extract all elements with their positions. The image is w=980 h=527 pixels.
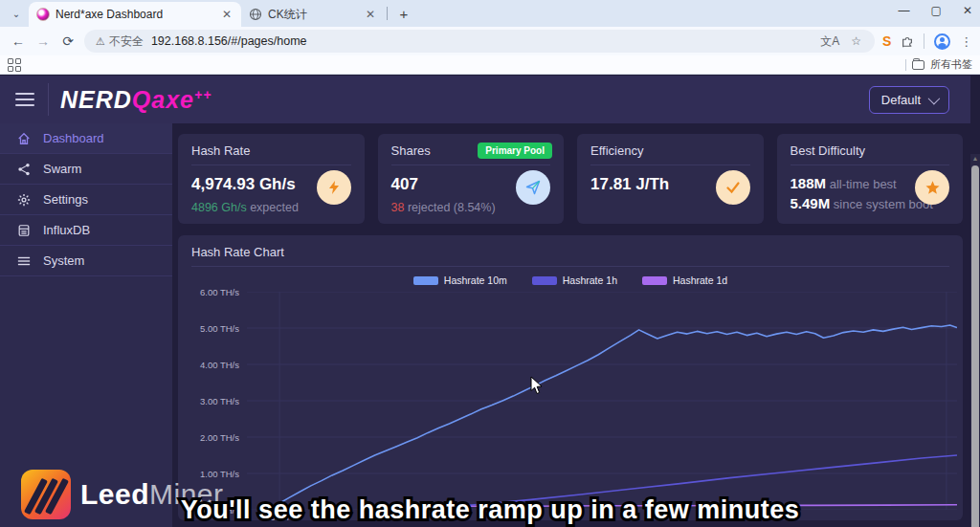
preset-dropdown[interactable]: Default — [869, 86, 949, 114]
folder-icon — [912, 60, 924, 70]
share-icon — [17, 163, 31, 176]
list-icon — [17, 254, 31, 268]
bookmark-star-icon[interactable]: ☆ — [851, 34, 861, 48]
chart-plot-area[interactable] — [247, 292, 957, 510]
browser-menu-icon[interactable]: ⋮ — [960, 34, 972, 49]
maximize-button[interactable]: ▢ — [931, 4, 942, 17]
scroll-up-arrow[interactable]: ▲ — [970, 155, 980, 162]
sidebar-item-settings[interactable]: Settings — [0, 185, 172, 215]
card-title: Efficiency — [590, 143, 750, 158]
translate-icon[interactable]: 文A — [820, 33, 839, 50]
url-text[interactable]: 192.168.8.156/#/pages/home — [151, 34, 814, 48]
nerdqaxe-logo: NERDQaxe++ — [60, 86, 212, 114]
mouse-cursor — [530, 376, 544, 395]
close-tab-icon[interactable]: ✕ — [220, 8, 234, 21]
gear-icon — [17, 193, 31, 207]
legend-hashrate-10m[interactable]: Hashrate 10m — [413, 274, 507, 286]
profile-avatar[interactable] — [934, 33, 950, 50]
page-scrollbar[interactable]: ▲ ▼ — [970, 154, 980, 527]
all-bookmarks-label: 所有书签 — [930, 57, 972, 72]
security-label[interactable]: 不安全 — [109, 33, 144, 50]
chart-title: Hash Rate Chart — [191, 245, 949, 259]
hashrate-card: Hash Rate 4,974.93 Gh/s 4896 Gh/s expect… — [178, 134, 365, 224]
nerdaxe-favicon — [36, 8, 50, 21]
tab-ck-stats[interactable]: CK统计 ✕ — [241, 2, 385, 27]
close-window-button[interactable]: ✕ — [963, 4, 972, 17]
window-controls: — ▢ ✕ — [899, 4, 972, 17]
card-title: Best Difficulty — [791, 143, 950, 158]
scrollbar-thumb[interactable] — [971, 165, 979, 527]
check-icon — [716, 170, 750, 205]
back-button[interactable]: ← — [6, 30, 31, 53]
browser-window: ⌄ Nerd*axe Dashboard ✕ CK统计 ✕ + — ▢ ✕ ← … — [0, 0, 980, 527]
hamburger-menu-icon[interactable] — [15, 89, 34, 110]
tab-title: Nerd*axe Dashboard — [56, 8, 214, 21]
y-tick-label: 3.00 TH/s — [200, 396, 239, 406]
efficiency-card: Efficiency 17.81 J/Th — [577, 134, 764, 224]
extension-s-icon[interactable]: S — [882, 33, 891, 49]
send-icon — [516, 170, 550, 205]
sidebar-item-swarm[interactable]: Swarm — [0, 154, 172, 185]
hashrate-chart-card: Hash Rate Chart Hashrate 10m Hashrate 1h… — [178, 235, 963, 520]
reload-button[interactable]: ⟳ — [56, 30, 80, 53]
bookmarks-bar: 所有书签 — [0, 55, 980, 75]
tab-divider — [387, 7, 388, 20]
star-icon — [915, 170, 949, 205]
chevron-down-icon — [928, 92, 941, 104]
apps-grid-icon[interactable] — [8, 58, 21, 72]
new-tab-button[interactable]: + — [393, 3, 414, 24]
minimize-button[interactable]: — — [899, 4, 910, 17]
database-icon — [17, 224, 31, 237]
sidebar-item-influxdb[interactable]: InfluxDB — [0, 215, 172, 246]
tab-nerdaxe-dashboard[interactable]: Nerd*axe Dashboard ✕ — [29, 2, 241, 27]
y-tick-label: 5.00 TH/s — [200, 323, 239, 334]
shares-card: Shares Primary Pool 407 38 rejected (8.5… — [378, 134, 565, 224]
y-tick-label: 6.00 TH/s — [200, 287, 239, 297]
y-tick-label: 2.00 TH/s — [200, 432, 239, 443]
toolbar-divider — [924, 33, 924, 49]
difficulty-card: Best Difficulty 188M all-time best 5.49M… — [777, 134, 964, 224]
tab-search-button[interactable]: ⌄ — [6, 4, 27, 23]
globe-icon — [249, 8, 262, 21]
close-tab-icon[interactable]: ✕ — [364, 8, 377, 21]
toolbar-icons: S ⋮ — [882, 33, 972, 50]
preset-label: Default — [881, 93, 921, 107]
card-title: Hash Rate — [191, 143, 351, 158]
chart-legend: Hashrate 10m Hashrate 1h Hashrate 1d — [191, 273, 949, 288]
hashrate-chart: 6.00 TH/s5.00 TH/s4.00 TH/s3.00 TH/s2.00… — [191, 292, 949, 527]
extensions-puzzle-icon[interactable] — [901, 34, 914, 48]
home-icon — [17, 132, 31, 145]
sidebar: Dashboard Swarm Settings InfluxDB System — [0, 123, 172, 527]
subtitle-overlay: You'll see the hashrate ramp up in a few… — [0, 495, 980, 525]
not-secure-warning-icon[interactable]: ⚠ — [96, 35, 105, 48]
lightning-icon — [317, 170, 351, 205]
browser-toolbar: ← → ⟳ ⚠ 不安全 192.168.8.156/#/pages/home 文… — [0, 27, 980, 55]
legend-hashrate-1d[interactable]: Hashrate 1d — [642, 274, 727, 286]
all-bookmarks[interactable]: 所有书签 — [905, 57, 972, 72]
address-bar[interactable]: ⚠ 不安全 192.168.8.156/#/pages/home 文A ☆ — [84, 30, 875, 53]
y-tick-label: 4.00 TH/s — [200, 360, 239, 370]
dashboard-page: NERDQaxe++ Default Dashboard Swarm Setti… — [0, 76, 980, 527]
sidebar-item-dashboard[interactable]: Dashboard — [0, 123, 172, 154]
main-content: Hash Rate 4,974.93 Gh/s 4896 Gh/s expect… — [172, 123, 970, 527]
tab-strip: ⌄ Nerd*axe Dashboard ✕ CK统计 ✕ + — ▢ ✕ — [0, 0, 980, 27]
legend-swatch-1d — [642, 276, 667, 285]
primary-pool-badge: Primary Pool — [478, 143, 552, 159]
bookmarks-divider — [905, 59, 906, 71]
dashboard-header: NERDQaxe++ Default — [0, 76, 970, 123]
legend-swatch-10m — [413, 276, 438, 285]
sidebar-item-system[interactable]: System — [0, 246, 172, 276]
tab-title: CK统计 — [268, 7, 358, 23]
legend-swatch-1h — [532, 276, 557, 285]
legend-hashrate-1h[interactable]: Hashrate 1h — [532, 274, 617, 286]
header-divider — [48, 83, 49, 116]
forward-button[interactable]: → — [31, 30, 56, 53]
stat-cards-row: Hash Rate 4,974.93 Gh/s 4896 Gh/s expect… — [172, 123, 970, 224]
